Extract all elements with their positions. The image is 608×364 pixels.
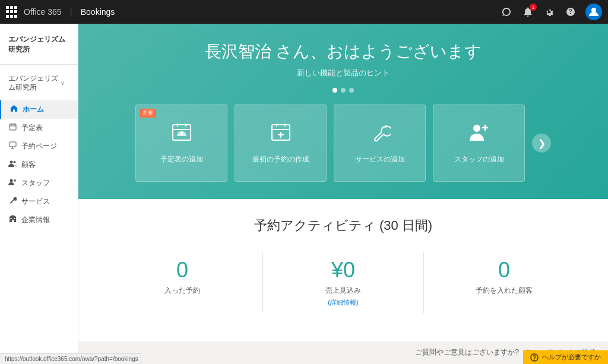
svg-rect-5	[10, 142, 16, 147]
account-label: エバンジェリズム研究所	[8, 74, 58, 92]
svg-point-35	[534, 359, 534, 360]
sidebar: エバンジェリズム研究所 エバンジェリズム研究所 ∨ ホーム 予定表	[0, 24, 78, 364]
help-bar-text: ヘルプが必要ですか	[542, 353, 601, 362]
new-badge: 新規	[140, 109, 156, 118]
user-avatar[interactable]	[585, 4, 602, 20]
main-layout: エバンジェリズム研究所 エバンジェリズム研究所 ∨ ホーム 予定表	[0, 24, 608, 364]
customers-label: 予約を入れた顧客	[476, 286, 533, 296]
card-add-calendar-label: 予定表の追加	[160, 154, 203, 164]
sidebar-account-item[interactable]: エバンジェリズム研究所 ∨	[0, 71, 78, 96]
svg-rect-1	[10, 124, 16, 130]
app-name-label: Bookings	[81, 7, 115, 17]
chevron-down-icon: ∨	[61, 80, 65, 86]
monitor-icon	[8, 141, 17, 151]
sidebar-company-info-label: 企業情報	[21, 215, 50, 225]
top-navigation: Office 365 | Bookings 1	[0, 0, 608, 24]
sidebar-item-company-info[interactable]: 企業情報	[0, 211, 78, 229]
hero-dot-3[interactable]	[349, 88, 354, 93]
card-first-booking[interactable]: 最初の予約の作成	[235, 105, 327, 182]
card-first-booking-label: 最初の予約の作成	[252, 154, 309, 164]
revenue-label: 売上見込み	[325, 286, 361, 296]
stat-revenue: ¥0 売上見込み (詳細情報)	[263, 252, 424, 313]
org-name: エバンジェリズム研究所	[0, 30, 78, 65]
waffle-menu-icon[interactable]	[6, 6, 18, 18]
sidebar-customers-label: 顧客	[21, 160, 36, 170]
sidebar-item-home[interactable]: ホーム	[0, 100, 78, 119]
hero-dot-2[interactable]	[341, 88, 346, 93]
svg-point-8	[10, 161, 13, 164]
svg-rect-16	[14, 218, 15, 219]
svg-point-31	[473, 125, 480, 132]
wrench-icon	[8, 197, 17, 206]
sidebar-home-label: ホーム	[23, 105, 44, 115]
add-service-icon	[369, 122, 391, 147]
customers-icon	[8, 160, 17, 169]
hero-next-button[interactable]: ❯	[532, 134, 551, 153]
status-bar-url: https://outlook.office365.com/owa/?path=…	[0, 353, 143, 364]
chevron-right-icon: ❯	[538, 138, 546, 149]
sidebar-item-services[interactable]: サービス	[0, 192, 78, 211]
sidebar-item-calendar[interactable]: 予定表	[0, 119, 78, 137]
add-calendar-icon	[171, 122, 192, 147]
add-staff-icon	[468, 122, 490, 147]
hero-dots	[332, 88, 354, 93]
settings-icon[interactable]	[543, 5, 556, 18]
card-add-staff[interactable]: スタッフの追加	[433, 105, 525, 182]
notifications-icon[interactable]: 1	[521, 5, 534, 18]
first-booking-icon	[270, 122, 292, 147]
sidebar-booking-label: 予約ページ	[21, 141, 57, 151]
stat-customers: 0 予約を入れた顧客	[424, 252, 584, 313]
sidebar-services-label: サービス	[21, 197, 50, 207]
building-icon	[8, 215, 17, 224]
sidebar-staff-label: スタッフ	[21, 178, 50, 188]
help-icon[interactable]	[564, 5, 577, 18]
svg-marker-17	[10, 215, 16, 217]
sidebar-item-customers[interactable]: 顧客	[0, 156, 78, 174]
svg-rect-14	[12, 220, 14, 222]
svg-point-23	[180, 131, 183, 135]
footer-text: ご質問やご意見はございますか?	[415, 348, 519, 356]
svg-point-0	[591, 8, 596, 12]
hero-section: 長沢智治 さん、おはようございます 新しい機能と製品のヒント 新規	[78, 24, 608, 199]
sidebar-item-staff[interactable]: スタッフ	[0, 174, 78, 192]
card-add-calendar[interactable]: 新規 予定表の追加	[135, 105, 227, 182]
calendar-icon	[8, 123, 17, 132]
nav-divider: |	[70, 7, 72, 17]
card-add-service[interactable]: サービスの追加	[334, 105, 426, 182]
sidebar-calendar-label: 予定表	[21, 123, 43, 133]
svg-rect-15	[10, 218, 11, 219]
hero-dot-1[interactable]	[332, 88, 337, 93]
sidebar-account-section: エバンジェリズム研究所 ∨	[0, 68, 78, 98]
bookings-count: 0	[176, 258, 188, 282]
svg-point-10	[10, 179, 13, 182]
activity-title: 予約アクティビティ (30 日間)	[102, 217, 584, 235]
stat-bookings-received: 0 入った予約	[102, 252, 263, 313]
notification-badge: 1	[530, 4, 537, 11]
help-bar[interactable]: ヘルプが必要ですか	[523, 350, 608, 364]
staff-icon	[8, 178, 17, 188]
card-add-service-label: サービスの追加	[355, 154, 405, 164]
svg-point-9	[14, 161, 16, 163]
hero-subtitle: 新しい機能と製品のヒント	[297, 68, 390, 78]
office365-label: Office 365	[24, 7, 62, 17]
sidebar-item-booking-page[interactable]: 予約ページ	[0, 137, 78, 156]
svg-point-30	[385, 125, 387, 128]
card-add-staff-label: スタッフの追加	[454, 154, 504, 164]
activity-section: 予約アクティビティ (30 日間) 0 入った予約 ¥0 売上見込み (詳細情報…	[78, 199, 608, 341]
customers-count: 0	[498, 258, 510, 282]
hero-greeting: 長沢智治 さん、おはようございます	[205, 40, 482, 63]
revenue-amount: ¥0	[331, 258, 355, 282]
sidebar-nav: ホーム 予定表 予約ページ 顧客	[0, 98, 78, 232]
skype-icon[interactable]	[500, 5, 513, 18]
help-bar-icon	[530, 353, 539, 362]
bookings-label: 入った予約	[164, 286, 200, 296]
revenue-detail-link[interactable]: (詳細情報)	[328, 298, 358, 307]
main-content: 長沢智治 さん、おはようございます 新しい機能と製品のヒント 新規	[78, 24, 608, 364]
hero-cards-row: 新規 予定表の追加	[135, 105, 551, 182]
activity-stats: 0 入った予約 ¥0 売上見込み (詳細情報) 0 予約を入れた顧客	[102, 252, 584, 313]
home-icon	[10, 105, 18, 114]
